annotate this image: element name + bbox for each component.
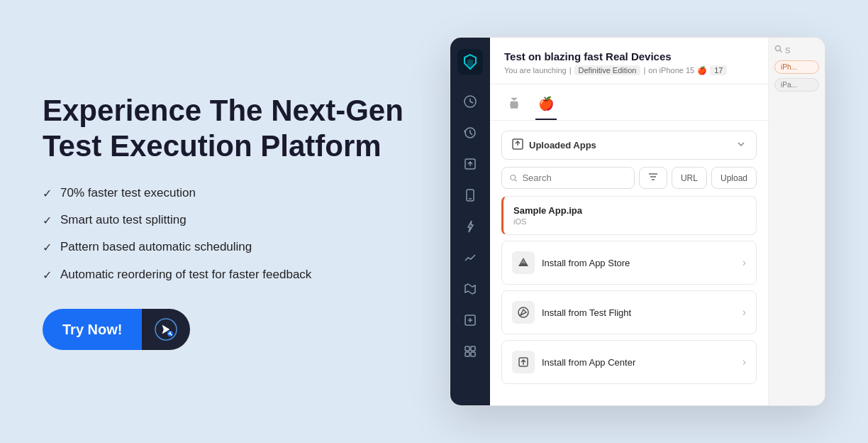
app-window: Test on blazing fast Real Devices You ar… <box>450 37 825 406</box>
feature-text-3: Pattern based automatic scheduling <box>60 239 252 256</box>
feature-item-2: ✓ Smart auto test splitting <box>43 212 411 229</box>
cta-icon-button[interactable] <box>142 309 190 350</box>
sidebar-item-add[interactable] <box>457 307 483 333</box>
try-now-button[interactable]: Try Now! <box>43 309 142 350</box>
check-icon-4: ✓ <box>43 268 52 283</box>
feature-text-4: Automatic reordering of test for faster … <box>60 266 311 283</box>
tab-ios[interactable]: 🍎 <box>535 92 557 120</box>
upload-icon-small <box>512 138 523 152</box>
appcenter-chevron-icon: › <box>742 356 746 368</box>
sidebar-logo[interactable] <box>457 49 483 75</box>
search-input-wrapper[interactable] <box>501 167 635 189</box>
appstore-chevron-icon: › <box>742 256 746 269</box>
install-label-appcenter: Install from App Center <box>542 357 635 368</box>
install-option-appcenter[interactable]: Install from App Center › <box>501 340 757 384</box>
dropdown-chevron-icon <box>736 139 746 152</box>
install-option-left-appcenter: Install from App Center <box>512 351 635 373</box>
filter-button[interactable] <box>639 167 667 189</box>
subtitle-divider-1: | <box>569 66 572 75</box>
main-container: Experience The Next-Gen Test Execution P… <box>0 0 868 443</box>
check-icon-1: ✓ <box>43 186 52 202</box>
hero-title: Experience The Next-Gen Test Execution P… <box>43 93 411 165</box>
install-option-appstore[interactable]: Install from App Store › <box>501 241 757 285</box>
app-item-name: Sample App.ipa <box>513 205 746 216</box>
device-chip-iphone[interactable]: iPh... <box>774 60 819 74</box>
app-header: Test on blazing fast Real Devices You ar… <box>490 38 768 84</box>
install-option-testflight[interactable]: Install from Test Flight › <box>501 290 757 334</box>
svg-rect-12 <box>471 352 475 356</box>
sidebar-item-upload[interactable] <box>457 151 483 177</box>
tab-android[interactable] <box>504 92 524 120</box>
sidebar-item-chart[interactable] <box>457 245 483 270</box>
dropdown-header-left: Uploaded Apps <box>512 138 596 152</box>
feature-text-2: Smart auto test splitting <box>60 212 187 229</box>
cursor-icon <box>155 318 177 341</box>
upload-button[interactable]: Upload <box>711 167 757 189</box>
feature-item-4: ✓ Automatic reordering of test for faste… <box>43 266 411 283</box>
device-panel-search: S <box>774 45 819 55</box>
svg-rect-9 <box>465 346 469 351</box>
sidebar-item-flash[interactable] <box>457 214 483 239</box>
uploaded-apps-label: Uploaded Apps <box>529 140 596 151</box>
device-chip-ipad[interactable]: iPa... <box>774 78 819 92</box>
sidebar-item-map[interactable] <box>457 276 483 302</box>
appstore-icon <box>512 251 535 274</box>
feature-text-1: 70% faster test execution <box>60 185 196 202</box>
uploaded-apps-dropdown[interactable]: Uploaded Apps <box>501 131 757 160</box>
sidebar-item-grid[interactable] <box>457 339 483 364</box>
sidebar <box>450 38 490 405</box>
search-icon <box>509 173 518 183</box>
svg-point-17 <box>776 46 781 51</box>
install-label-appstore: Install from App Store <box>542 258 630 268</box>
appcenter-icon <box>512 351 535 373</box>
check-icon-2: ✓ <box>43 213 52 229</box>
url-button[interactable]: URL <box>672 167 707 189</box>
install-label-testflight: Install from Test Flight <box>542 307 631 318</box>
search-bar-row: URL Upload <box>501 167 757 189</box>
apple-tab-icon: 🍎 <box>538 96 554 111</box>
right-panel: Test on blazing fast Real Devices You ar… <box>440 37 825 406</box>
sidebar-item-device[interactable] <box>457 182 483 208</box>
subtitle-count: 17 <box>710 65 727 75</box>
testflight-chevron-icon: › <box>742 306 746 319</box>
feature-list: ✓ 70% faster test execution ✓ Smart auto… <box>43 185 411 284</box>
subtitle-edition: Definitive Edition <box>574 65 641 75</box>
sidebar-item-history[interactable] <box>457 120 483 146</box>
left-panel: Experience The Next-Gen Test Execution P… <box>43 93 440 350</box>
check-icon-3: ✓ <box>43 240 52 256</box>
device-panel: S iPh... iPa... <box>768 38 825 405</box>
subtitle-prefix: You are launching <box>504 66 567 75</box>
apple-icon: 🍎 <box>697 66 707 75</box>
subtitle-divider-2: | <box>643 66 645 75</box>
svg-rect-10 <box>471 346 475 351</box>
feature-item-1: ✓ 70% faster test execution <box>43 185 411 202</box>
app-body: Uploaded Apps <box>490 121 768 405</box>
app-item-platform: iOS <box>513 217 746 226</box>
subtitle-on: on iPhone 15 <box>648 66 694 75</box>
search-input[interactable] <box>522 173 627 183</box>
app-header-title: Test on blazing fast Real Devices <box>504 50 754 62</box>
app-list-item[interactable]: Sample App.ipa iOS <box>501 196 757 235</box>
svg-rect-11 <box>465 352 469 356</box>
app-header-subtitle: You are launching | Definitive Edition |… <box>504 65 754 75</box>
install-option-left-appstore: Install from App Store <box>512 251 630 274</box>
cta-wrapper: Try Now! <box>43 309 411 350</box>
testflight-icon <box>512 301 535 324</box>
app-content: Test on blazing fast Real Devices You ar… <box>490 38 768 405</box>
install-option-left-testflight: Install from Test Flight <box>512 301 631 324</box>
sidebar-item-speed[interactable] <box>457 89 483 114</box>
feature-item-3: ✓ Pattern based automatic scheduling <box>43 239 411 256</box>
os-tabs: 🍎 <box>490 84 768 121</box>
svg-point-14 <box>511 175 516 180</box>
